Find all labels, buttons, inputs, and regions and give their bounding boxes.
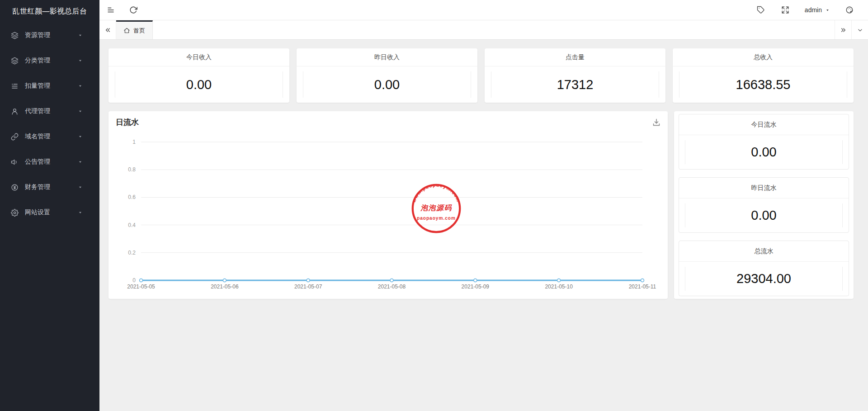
flow-card-value: 29304.00	[685, 267, 843, 291]
stamp-domain-text: paopaoym.com	[417, 216, 456, 221]
svg-text:0: 0	[132, 277, 136, 283]
stamp-arc-text: www.paopaoym.com	[411, 183, 462, 203]
user-icon	[11, 108, 19, 115]
stat-card-title: 今日收入	[108, 48, 289, 66]
tabbar-spacer	[153, 20, 835, 39]
chevrons-left-icon	[104, 26, 112, 34]
flow-card-title: 昨日流水	[679, 178, 849, 198]
stat-card-title: 总收入	[673, 48, 854, 66]
stat-card-value: 17312	[491, 71, 659, 98]
caret-down-icon	[76, 210, 84, 215]
sidebar-item-label: 代理管理	[25, 107, 76, 115]
main-area: admin 首页 今日收入 0.00 昨日收	[99, 0, 868, 411]
layers-icon	[11, 32, 19, 39]
sidebar-item-label: 网站设置	[25, 208, 76, 217]
tabbar: 首页	[99, 20, 868, 40]
daily-flow-chart-card: 日流水 00.20.40.60.812021-05-052021-05-0620…	[108, 111, 668, 299]
flow-card-value: 0.00	[685, 140, 843, 164]
stat-card-today-income: 今日收入 0.00	[108, 48, 289, 103]
palette-icon	[845, 6, 854, 14]
sidebar-item-agents[interactable]: 代理管理	[0, 99, 99, 124]
refresh-button[interactable]	[122, 0, 145, 20]
gear-icon	[11, 209, 19, 217]
chevron-down-icon	[856, 26, 864, 34]
list-icon	[11, 82, 19, 90]
stamp-name-text: 泡泡源码	[420, 204, 452, 212]
sidebar: 乱世红颜—影视总后台 资源管理 分类管理 扣量管理 代理管理 域名管理	[0, 0, 99, 411]
stat-card-yesterday-income: 昨日收入 0.00	[297, 48, 477, 103]
dashboard-row: 日流水 00.20.40.60.812021-05-052021-05-0620…	[108, 111, 854, 299]
collapse-sidebar-button[interactable]	[99, 0, 122, 20]
sidebar-item-finance[interactable]: 财务管理	[0, 175, 99, 200]
svg-text:2021-05-06: 2021-05-06	[211, 283, 239, 290]
svg-text:0.2: 0.2	[128, 250, 136, 256]
sidebar-item-resources[interactable]: 资源管理	[0, 23, 99, 48]
tabs-menu-button[interactable]	[851, 20, 868, 39]
sidebar-item-site-settings[interactable]: 网站设置	[0, 200, 99, 225]
menu-fold-icon	[107, 6, 115, 14]
app-title: 乱世红颜—影视总后台	[0, 0, 99, 23]
flow-card-title: 总流水	[679, 241, 849, 262]
tabs-scroll-left-button[interactable]	[99, 20, 116, 39]
tag-button[interactable]	[749, 0, 773, 20]
sidebar-item-label: 分类管理	[25, 57, 76, 65]
link-icon	[11, 133, 19, 141]
watermark-stamp: www.paopaoym.com 泡泡源码 paopaoym.com	[410, 182, 462, 235]
sidebar-item-announcements[interactable]: 公告管理	[0, 149, 99, 175]
caret-down-icon	[76, 184, 84, 190]
speaker-icon	[11, 158, 19, 166]
sidebar-item-deduction[interactable]: 扣量管理	[0, 73, 99, 99]
caret-down-icon	[76, 58, 84, 63]
layers-icon	[11, 57, 19, 65]
sidebar-item-label: 扣量管理	[25, 82, 76, 90]
svg-text:2021-05-10: 2021-05-10	[545, 283, 573, 290]
theme-button[interactable]	[837, 0, 862, 20]
tag-icon	[757, 6, 765, 14]
sidebar-item-domains[interactable]: 域名管理	[0, 124, 99, 149]
tab-home[interactable]: 首页	[116, 20, 153, 39]
caret-down-icon	[76, 83, 84, 89]
svg-text:0.4: 0.4	[128, 222, 136, 228]
user-dropdown[interactable]: admin	[797, 0, 837, 20]
sidebar-item-label: 公告管理	[25, 158, 76, 166]
svg-text:www.paopaoym.com: www.paopaoym.com	[411, 183, 462, 203]
flow-summary-panel: 今日流水 0.00 昨日流水 0.00 总流水 29304.00	[674, 111, 854, 299]
svg-text:2021-05-09: 2021-05-09	[462, 283, 490, 290]
refresh-icon	[129, 6, 137, 14]
dashboard-content: 今日收入 0.00 昨日收入 0.00 点击量 17312 总收入 16638.…	[99, 40, 868, 411]
stat-card-total-income: 总收入 16638.55	[673, 48, 854, 103]
stat-card-value: 16638.55	[679, 71, 847, 98]
fullscreen-button[interactable]	[773, 0, 797, 20]
tab-label: 首页	[133, 27, 145, 35]
svg-text:2021-05-07: 2021-05-07	[294, 283, 322, 290]
topbar: admin	[99, 0, 868, 20]
sidebar-item-label: 财务管理	[25, 183, 76, 191]
flow-card-yesterday: 昨日流水 0.00	[679, 177, 849, 233]
sidebar-nav: 资源管理 分类管理 扣量管理 代理管理 域名管理 公告管理	[0, 23, 99, 225]
caret-down-icon	[76, 159, 84, 165]
line-chart: 00.20.40.60.812021-05-052021-05-062021-0…	[108, 111, 668, 299]
svg-text:2021-05-08: 2021-05-08	[378, 283, 406, 290]
sidebar-item-label: 资源管理	[25, 31, 76, 39]
svg-text:1: 1	[132, 139, 136, 145]
fullscreen-icon	[781, 6, 789, 14]
stat-card-title: 点击量	[485, 48, 665, 66]
stat-card-value: 0.00	[303, 71, 471, 98]
home-icon	[123, 27, 130, 34]
flow-card-title: 今日流水	[679, 114, 849, 135]
stat-card-value: 0.00	[115, 71, 283, 98]
caret-down-icon	[76, 109, 84, 114]
tabs-scroll-right-button[interactable]	[835, 20, 851, 39]
svg-text:0.6: 0.6	[128, 194, 136, 200]
username-label: admin	[805, 6, 822, 14]
sidebar-item-categories[interactable]: 分类管理	[0, 48, 99, 73]
yen-icon	[11, 184, 19, 191]
sidebar-item-label: 域名管理	[25, 132, 76, 141]
flow-card-today: 今日流水 0.00	[679, 114, 849, 170]
caret-down-icon	[76, 134, 84, 139]
caret-down-icon	[76, 33, 84, 38]
chevrons-right-icon	[840, 26, 847, 34]
stat-card-title: 昨日收入	[297, 48, 477, 66]
flow-card-value: 0.00	[685, 203, 843, 227]
stat-card-clicks: 点击量 17312	[485, 48, 665, 103]
